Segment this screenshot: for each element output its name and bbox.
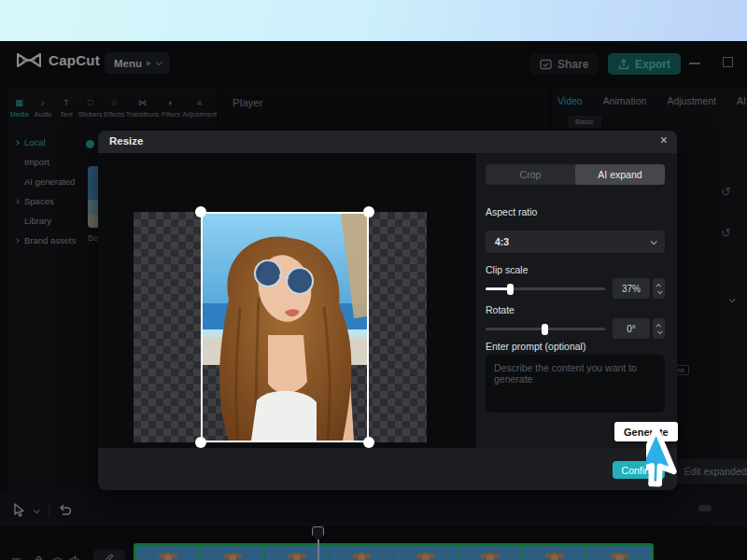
- clip-scale-label: Clip scale: [486, 264, 529, 275]
- chevron-down-icon: [656, 288, 662, 294]
- rotate-slider[interactable]: [486, 328, 605, 330]
- rotate-stepper[interactable]: [653, 318, 665, 339]
- clip-scale-row: 37%: [486, 278, 665, 299]
- tab-crop[interactable]: Crop: [486, 164, 575, 185]
- modal-footer: Confirm: [98, 448, 677, 490]
- clip-scale-stepper[interactable]: [653, 278, 665, 299]
- chevron-down-icon: [656, 329, 662, 334]
- tab-ai-expand[interactable]: AI expand: [575, 164, 665, 185]
- prompt-label: Enter prompt (optional): [486, 341, 585, 352]
- crop-handle-top-right[interactable]: [363, 206, 374, 217]
- aspect-ratio-value: 4:3: [495, 236, 509, 247]
- prompt-input[interactable]: [486, 355, 665, 413]
- crop-aiexpand-tabs: Crop AI expand: [486, 164, 665, 185]
- close-icon[interactable]: ×: [660, 133, 668, 147]
- crop-handle-bottom-left[interactable]: [195, 437, 206, 448]
- modal-title: Resize: [109, 135, 143, 147]
- clip-scale-value[interactable]: 37%: [613, 278, 650, 299]
- rotate-row: 0°: [486, 318, 665, 339]
- aspect-ratio-dropdown[interactable]: 4:3: [486, 231, 665, 253]
- resize-preview-area: [98, 153, 476, 448]
- aspect-ratio-label: Aspect ratio: [486, 206, 537, 217]
- rotate-label: Rotate: [486, 304, 514, 315]
- screen: CapCut Menu Share Export ▦Media ♪Audio: [0, 0, 747, 560]
- beach-portrait-photo: [203, 214, 367, 441]
- crop-handle-top-left[interactable]: [195, 206, 206, 217]
- resize-controls: Crop AI expand Aspect ratio 4:3 Clip sca…: [486, 153, 677, 448]
- modal-titlebar: Resize ×: [98, 131, 677, 153]
- rotate-slider-handle[interactable]: [542, 324, 548, 335]
- chevron-up-icon: [655, 323, 661, 329]
- clip-scale-slider-handle[interactable]: [507, 284, 514, 295]
- tutorial-cursor-icon: [646, 429, 715, 502]
- clip-scale-slider[interactable]: [486, 287, 605, 290]
- chevron-up-icon: [655, 283, 661, 288]
- image-being-resized[interactable]: [201, 212, 369, 442]
- resize-modal: Resize ×: [98, 131, 677, 490]
- rotate-value[interactable]: 0°: [613, 318, 650, 339]
- chevron-down-icon: [651, 238, 657, 245]
- crop-handle-bottom-right[interactable]: [363, 437, 374, 448]
